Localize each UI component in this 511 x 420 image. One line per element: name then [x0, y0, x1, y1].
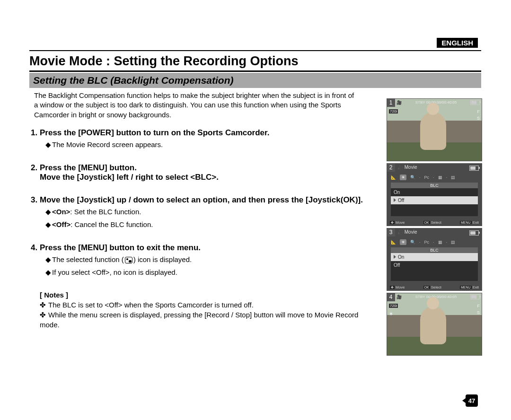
step-3-off-desc: : Cancel the BLC function. — [70, 220, 153, 228]
screenshot-3: 3 🎥 Movie 📐☀🔍·Pc·▦·▤ BLC On Off ✥Move OK… — [387, 228, 482, 291]
step-3-on-desc: : Set the BLC function. — [70, 208, 141, 216]
page-title: Movie Mode : Setting the Recording Optio… — [29, 54, 481, 69]
screenshot-column: 1 🎥 STBY 00:00:00/00:40:05 720i F S 2 🎥 … — [387, 98, 481, 358]
step-1: Press the [POWER] button to turn on the … — [40, 128, 366, 150]
step-2-head-b: Move the [Joystick] left / right to sele… — [40, 173, 219, 182]
step-4-head: Press the [MENU] button to exit the menu… — [40, 243, 201, 252]
shot-number: 4 — [387, 293, 395, 301]
foot-exit: Exit — [473, 285, 479, 289]
menu-icon-row: 📐☀🔍·Pc·▦·▤ — [391, 238, 478, 246]
battery-icon — [470, 294, 480, 299]
camera-icon: 🎥 — [396, 100, 402, 105]
camera-icon: 🎥 — [396, 295, 402, 299]
screenshot-4: 4 🎥 STBY 00:00:00/00:40:05 720i ☀ F S — [387, 293, 482, 356]
step-3-head: Move the [Joystick] up / down to select … — [40, 195, 363, 204]
blc-menu-icon: ☀ — [400, 239, 406, 245]
menu-title: Movie — [405, 165, 417, 170]
menu-title: Movie — [405, 229, 417, 235]
step-4-sub2: If you select <Off>, no icon is displaye… — [52, 268, 177, 276]
intro-text: The Backlight Compensation function help… — [34, 91, 356, 120]
step-2-head-a: Press the [MENU] button. — [40, 163, 137, 172]
foot-select: Select — [431, 285, 441, 289]
battery-icon — [469, 230, 479, 236]
step-3-on: <On> — [52, 208, 70, 216]
step-4: Press the [MENU] button to exit the menu… — [40, 243, 366, 278]
resolution-badge: 720i — [389, 109, 398, 114]
section-subtitle: Setting the BLC (Backlight Compensation) — [29, 73, 481, 88]
battery-icon — [469, 166, 479, 171]
menu-section: BLC — [391, 247, 478, 253]
note-2: While the menu screen is displayed, pres… — [40, 311, 358, 329]
shot-number: 1 — [387, 98, 395, 107]
foot-exit: Exit — [473, 220, 479, 225]
step-1-sub: The Movie Record screen appears. — [52, 140, 163, 149]
menu-option-on-selected: On — [391, 253, 478, 261]
side-icon-f: F — [477, 108, 480, 115]
foot-move: Move — [396, 220, 405, 225]
step-4-sub1b: ) icon is displayed. — [133, 255, 192, 263]
menu-section: BLC — [391, 183, 478, 188]
side-icon-s: S — [477, 115, 480, 122]
resolution-badge: 720i — [389, 304, 398, 308]
screenshot-2: 2 🎥 Movie 📐☀🔍·Pc·▦·▤ BLC On Off ✥Move OK… — [387, 163, 482, 226]
menu-option-off: Off — [391, 261, 478, 269]
side-icon-s: S — [477, 309, 480, 316]
subject-illustration — [420, 112, 446, 150]
page-number: 47 — [466, 394, 478, 407]
side-icon-f: F — [477, 303, 480, 309]
foot-move: Move — [396, 285, 405, 289]
shot-number: 2 — [387, 163, 395, 172]
menu-option-on: On — [391, 188, 478, 196]
step-4-sub1a: The selected function ( — [52, 255, 124, 263]
blc-icon — [125, 257, 132, 263]
step-3-off: <Off> — [52, 220, 70, 228]
note-1: The BLC is set to <Off> when the Sports … — [48, 301, 254, 309]
blc-on-icon: ☀ — [389, 311, 393, 316]
menu-option-off-selected: Off — [391, 196, 478, 204]
battery-icon — [470, 100, 480, 105]
step-3: Move the [Joystick] up / down to select … — [40, 195, 366, 230]
foot-select: Select — [431, 220, 441, 225]
menu-icon-row: 📐☀🔍·Pc·▦·▤ — [391, 173, 478, 182]
shot-number: 3 — [387, 228, 395, 236]
blc-menu-icon: ☀ — [400, 175, 406, 180]
screenshot-1: 1 🎥 STBY 00:00:00/00:40:05 720i F S — [387, 98, 482, 161]
step-2: Press the [MENU] button. Move the [Joyst… — [40, 163, 366, 182]
subject-illustration — [420, 306, 446, 344]
step-1-head: Press the [POWER] button to turn on the … — [40, 128, 269, 137]
